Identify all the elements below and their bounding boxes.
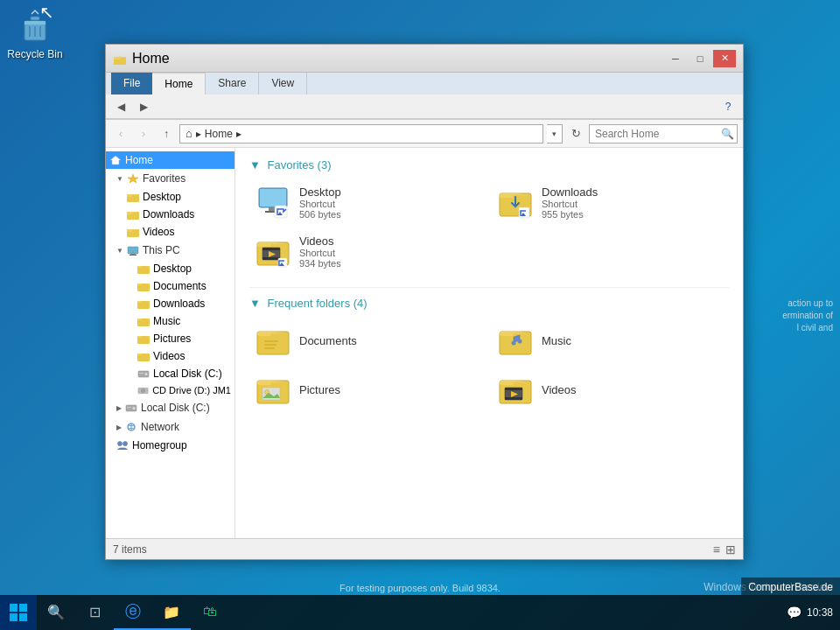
address-path[interactable]: ⌂ ▸ Home ▸ bbox=[179, 124, 543, 144]
sidebar-item-desktop-pc[interactable]: Desktop bbox=[106, 260, 234, 277]
address-dropdown[interactable]: ▾ bbox=[547, 124, 563, 144]
svg-rect-54 bbox=[257, 242, 271, 247]
this-pc-expand-icon: ▼ bbox=[116, 247, 123, 255]
svg-rect-50 bbox=[500, 193, 514, 198]
title-bar: Home ─ □ ✕ bbox=[106, 45, 743, 73]
back-button[interactable]: ‹ bbox=[111, 124, 130, 144]
sidebar-item-homegroup[interactable]: Homegroup bbox=[106, 437, 234, 454]
sidebar-label-videos-pc: Videos bbox=[153, 350, 185, 362]
documents-folder-icon-pc bbox=[137, 281, 150, 291]
search-input[interactable] bbox=[589, 124, 738, 144]
sidebar-item-desktop[interactable]: Desktop bbox=[106, 188, 234, 206]
taskbar-ie-btn[interactable]: ⓔ bbox=[114, 595, 152, 630]
frequent-section: ▼ Frequent folders (4) bbox=[249, 297, 729, 411]
downloads-folder-icon-pc bbox=[137, 298, 150, 309]
maximize-button[interactable]: □ bbox=[689, 50, 711, 67]
desktop-shortcut-name: Desktop bbox=[299, 186, 341, 199]
taskbar: 🔍 ⊡ ⓔ 📁 🛍 💬 10:38 bbox=[0, 595, 840, 630]
sidebar-label-documents-pc: Documents bbox=[153, 280, 206, 292]
sidebar-item-local-disk-c-pc[interactable]: Local Disk (C:) bbox=[106, 365, 234, 382]
computerbase-label: ComputerBase.de bbox=[748, 581, 833, 593]
tab-file[interactable]: File bbox=[111, 73, 152, 94]
sidebar-item-videos-fav[interactable]: Videos bbox=[106, 223, 234, 241]
desktop-folder-icon bbox=[127, 192, 139, 202]
svg-rect-38 bbox=[127, 407, 131, 408]
svg-rect-82 bbox=[10, 613, 18, 621]
music-folder-icon bbox=[498, 323, 533, 358]
explorer-title-icon bbox=[113, 52, 127, 66]
svg-rect-71 bbox=[257, 381, 271, 385]
explorer-window: Home ─ □ ✕ File Home Share View ◀ ▶ ? bbox=[105, 44, 744, 560]
svg-marker-8 bbox=[128, 174, 138, 183]
title-bar-left: Home bbox=[113, 51, 170, 66]
sidebar-label-pictures-pc: Pictures bbox=[153, 332, 191, 345]
path-home-icon: ⌂ bbox=[186, 127, 192, 140]
search-icon-button[interactable]: 🔍 bbox=[721, 128, 734, 140]
sidebar-item-downloads-fav[interactable]: Downloads bbox=[106, 206, 234, 223]
svg-rect-29 bbox=[137, 354, 142, 355]
ribbon-back-btn[interactable]: ◀ bbox=[111, 97, 130, 116]
svg-point-68 bbox=[512, 341, 516, 346]
close-button[interactable]: ✕ bbox=[713, 50, 736, 67]
svg-rect-44 bbox=[260, 189, 286, 206]
file-item-music[interactable]: Music bbox=[492, 318, 729, 362]
sidebar-label-local-disk: Local Disk (C:) bbox=[141, 402, 210, 414]
up-button[interactable]: ↑ bbox=[157, 124, 176, 144]
taskbar-task-view-btn[interactable]: ⊡ bbox=[75, 595, 114, 630]
forward-button[interactable]: › bbox=[134, 124, 153, 144]
sidebar-item-documents-pc[interactable]: Documents bbox=[106, 277, 234, 295]
taskbar-store-btn[interactable]: 🛍 bbox=[191, 595, 229, 630]
svg-rect-47 bbox=[275, 206, 287, 218]
start-button[interactable] bbox=[0, 595, 37, 630]
notification-icon[interactable]: 💬 bbox=[787, 606, 802, 620]
sidebar-this-pc-header[interactable]: ▼ This PC bbox=[106, 241, 234, 260]
music-folder-name: Music bbox=[542, 334, 571, 347]
file-item-videos[interactable]: Videos bbox=[492, 368, 729, 411]
view-detail-btn[interactable]: ≡ bbox=[713, 542, 720, 556]
sidebar-local-disk-header[interactable]: ▶ Local Disk (C:) bbox=[106, 398, 234, 417]
favorites-title-text: Favorites (3) bbox=[268, 158, 332, 172]
file-item-desktop[interactable]: Desktop Shortcut 506 bytes bbox=[249, 180, 486, 224]
sidebar-item-downloads-pc[interactable]: Downloads bbox=[106, 295, 234, 312]
sidebar-favorites-header[interactable]: ▼ Favorites bbox=[106, 169, 234, 188]
sidebar-label-cd-drive-pc: CD Drive (D:) JM1 bbox=[152, 385, 231, 396]
favorites-expand-icon: ▼ bbox=[116, 175, 123, 183]
desktop: ↖ Recycle Bin bbox=[0, 0, 840, 630]
svg-rect-80 bbox=[10, 604, 18, 612]
sidebar-item-pictures-pc[interactable]: Pictures bbox=[106, 330, 234, 347]
svg-point-35 bbox=[143, 390, 144, 391]
tab-home[interactable]: Home bbox=[152, 73, 206, 94]
favorites-star-icon bbox=[127, 173, 139, 184]
svg-rect-67 bbox=[500, 332, 514, 336]
svg-rect-27 bbox=[137, 336, 142, 338]
refresh-button[interactable]: ↻ bbox=[566, 124, 585, 144]
file-item-downloads[interactable]: Downloads Shortcut 955 bytes bbox=[492, 180, 729, 224]
legal-text: action up toermination ofl civil and bbox=[728, 298, 833, 334]
sidebar-item-videos-pc[interactable]: Videos bbox=[106, 347, 234, 365]
minimize-button[interactable]: ─ bbox=[664, 50, 687, 67]
cursor: ↖ bbox=[39, 2, 54, 23]
view-tile-btn[interactable]: ⊞ bbox=[725, 542, 736, 556]
file-item-documents[interactable]: Documents bbox=[249, 318, 486, 362]
sidebar-item-home[interactable]: Home bbox=[106, 151, 234, 169]
svg-point-42 bbox=[123, 442, 128, 446]
tab-view[interactable]: View bbox=[259, 73, 307, 94]
videos-folder-name: Videos bbox=[542, 383, 577, 396]
taskbar-search-btn[interactable]: 🔍 bbox=[37, 595, 75, 630]
ribbon: File Home Share View ◀ ▶ ? bbox=[106, 73, 743, 120]
file-item-videos-shortcut[interactable]: Videos Shortcut 934 bytes bbox=[249, 229, 486, 273]
downloads-shortcut-info: Downloads Shortcut 955 bytes bbox=[542, 186, 598, 220]
sidebar-label-downloads-fav: Downloads bbox=[143, 208, 194, 220]
taskbar-explorer-btn[interactable]: 📁 bbox=[152, 595, 191, 630]
tab-share[interactable]: Share bbox=[206, 73, 259, 94]
ribbon-fwd-btn[interactable]: ▶ bbox=[134, 97, 153, 116]
videos-folder-icon-pc bbox=[137, 351, 150, 361]
ribbon-help-btn[interactable]: ? bbox=[718, 97, 738, 116]
sidebar-network-header[interactable]: ▶ Network bbox=[106, 417, 234, 437]
desktop-shortcut-icon bbox=[256, 185, 290, 220]
sidebar-item-music-pc[interactable]: Music bbox=[106, 312, 234, 330]
recycle-bin[interactable]: Recycle Bin bbox=[4, 4, 66, 60]
file-item-pictures[interactable]: Pictures bbox=[249, 368, 486, 411]
sidebar-item-cd-drive-pc[interactable]: CD Drive (D:) JM1 bbox=[106, 382, 234, 398]
desktop-pc-folder-icon bbox=[137, 263, 150, 274]
